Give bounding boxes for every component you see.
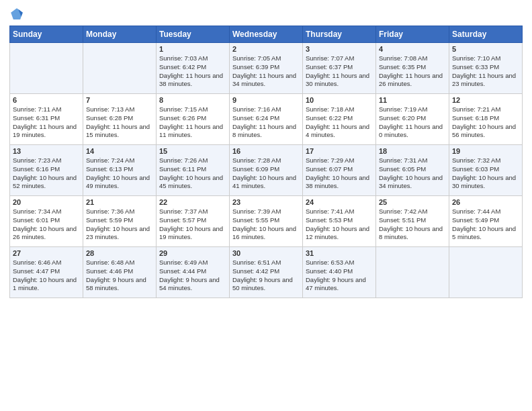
- day-info-line: Sunrise: 7:10 AM: [452, 54, 500, 62]
- day-info-line: Sunrise: 7:41 AM: [306, 208, 354, 215]
- day-info-line: Sunrise: 6:46 AM: [13, 259, 61, 266]
- day-info-line: Sunset: 6:22 PM: [306, 114, 353, 122]
- day-info-line: Daylight: 9 hours and 50 minutes.: [232, 276, 293, 292]
- calendar-cell: 20Sunrise: 7:34 AMSunset: 6:01 PMDayligh…: [10, 196, 83, 247]
- day-info: Sunrise: 7:07 AMSunset: 6:37 PMDaylight:…: [306, 54, 373, 89]
- calendar-cell: 31Sunrise: 6:53 AMSunset: 4:40 PMDayligh…: [303, 247, 376, 298]
- day-info-line: Sunrise: 6:49 AM: [159, 259, 208, 266]
- calendar-cell: 24Sunrise: 7:41 AMSunset: 5:53 PMDayligh…: [303, 196, 376, 247]
- day-info-line: Sunrise: 7:28 AM: [232, 156, 281, 164]
- day-number: 16: [232, 147, 300, 155]
- calendar-cell: 19Sunrise: 7:32 AMSunset: 6:03 PMDayligh…: [449, 145, 523, 196]
- day-info-line: Daylight: 10 hours and 56 minutes.: [452, 123, 516, 139]
- day-info-line: Daylight: 10 hours and 26 minutes.: [13, 225, 77, 241]
- day-info: Sunrise: 7:36 AMSunset: 5:59 PMDaylight:…: [86, 208, 153, 242]
- weekday-header-saturday: Saturday: [449, 26, 523, 43]
- day-info-line: Sunset: 6:31 PM: [13, 114, 60, 122]
- day-info-line: Daylight: 10 hours and 34 minutes.: [379, 174, 443, 190]
- calendar-cell: 5Sunrise: 7:10 AMSunset: 6:33 PMDaylight…: [449, 43, 523, 94]
- day-info-line: Sunset: 6:01 PM: [13, 216, 60, 224]
- day-info-line: Daylight: 10 hours and 41 minutes.: [232, 174, 296, 190]
- day-info-line: Daylight: 11 hours and 19 minutes.: [13, 123, 77, 139]
- day-number: 20: [13, 198, 80, 206]
- day-info-line: Sunset: 6:33 PM: [452, 63, 499, 71]
- day-number: 21: [86, 198, 153, 206]
- day-number: 12: [452, 96, 519, 104]
- day-info-line: Sunset: 6:07 PM: [306, 165, 353, 173]
- day-info-line: Daylight: 11 hours and 38 minutes.: [159, 72, 223, 88]
- day-info-line: Sunrise: 6:53 AM: [306, 259, 354, 266]
- calendar-cell: [83, 43, 157, 94]
- day-info: Sunrise: 7:18 AMSunset: 6:22 PMDaylight:…: [306, 105, 373, 140]
- day-info-line: Sunset: 5:57 PM: [159, 216, 206, 224]
- calendar-cell: 10Sunrise: 7:18 AMSunset: 6:22 PMDayligh…: [303, 94, 376, 145]
- calendar-cell: 21Sunrise: 7:36 AMSunset: 5:59 PMDayligh…: [83, 196, 157, 247]
- day-info: Sunrise: 7:31 AMSunset: 6:05 PMDaylight:…: [379, 156, 446, 191]
- day-info-line: Sunset: 6:09 PM: [232, 165, 279, 173]
- day-number: 14: [86, 147, 153, 155]
- day-info-line: Sunrise: 7:03 AM: [159, 54, 208, 62]
- day-info-line: Sunset: 4:44 PM: [159, 267, 206, 275]
- calendar-cell: 15Sunrise: 7:26 AMSunset: 6:11 PMDayligh…: [157, 145, 230, 196]
- weekday-header-thursday: Thursday: [303, 26, 376, 43]
- day-info: Sunrise: 7:13 AMSunset: 6:28 PMDaylight:…: [86, 105, 153, 140]
- day-number: 30: [232, 249, 300, 257]
- day-info-line: Sunrise: 7:19 AM: [379, 105, 427, 113]
- day-info-line: Sunrise: 7:23 AM: [13, 156, 61, 164]
- day-info-line: Daylight: 10 hours and 12 minutes.: [306, 225, 369, 241]
- day-info: Sunrise: 7:42 AMSunset: 5:51 PMDaylight:…: [379, 208, 446, 242]
- day-number: 8: [159, 96, 226, 104]
- day-info: Sunrise: 7:03 AMSunset: 6:42 PMDaylight:…: [159, 54, 226, 89]
- calendar-cell: [10, 43, 83, 94]
- day-number: 4: [379, 45, 446, 53]
- calendar-cell: 16Sunrise: 7:28 AMSunset: 6:09 PMDayligh…: [230, 145, 303, 196]
- day-info-line: Sunset: 6:24 PM: [232, 114, 279, 122]
- day-number: 28: [86, 249, 153, 257]
- day-info-line: Sunset: 4:46 PM: [86, 267, 133, 275]
- day-info: Sunrise: 7:24 AMSunset: 6:13 PMDaylight:…: [86, 156, 153, 191]
- day-info-line: Daylight: 10 hours and 16 minutes.: [232, 225, 296, 241]
- calendar-cell: 11Sunrise: 7:19 AMSunset: 6:20 PMDayligh…: [376, 94, 449, 145]
- day-info-line: Daylight: 10 hours and 52 minutes.: [13, 174, 77, 190]
- day-info-line: Daylight: 11 hours and 11 minutes.: [159, 123, 223, 139]
- calendar-cell: 4Sunrise: 7:08 AMSunset: 6:35 PMDaylight…: [376, 43, 449, 94]
- day-info: Sunrise: 6:51 AMSunset: 4:42 PMDaylight:…: [232, 259, 300, 293]
- day-info: Sunrise: 7:44 AMSunset: 5:49 PMDaylight:…: [452, 208, 519, 242]
- day-info: Sunrise: 6:53 AMSunset: 4:40 PMDaylight:…: [306, 259, 373, 293]
- day-info-line: Sunset: 6:03 PM: [452, 165, 499, 173]
- calendar-cell: 29Sunrise: 6:49 AMSunset: 4:44 PMDayligh…: [157, 247, 230, 298]
- weekday-header-monday: Monday: [83, 26, 157, 43]
- day-info: Sunrise: 6:46 AMSunset: 4:47 PMDaylight:…: [13, 259, 80, 293]
- day-info: Sunrise: 7:29 AMSunset: 6:07 PMDaylight:…: [306, 156, 373, 191]
- day-info-line: Daylight: 10 hours and 5 minutes.: [452, 225, 516, 241]
- day-info: Sunrise: 7:41 AMSunset: 5:53 PMDaylight:…: [306, 208, 373, 242]
- day-info: Sunrise: 7:26 AMSunset: 6:11 PMDaylight:…: [159, 156, 226, 191]
- day-info-line: Sunrise: 7:11 AM: [13, 105, 61, 113]
- day-info-line: Daylight: 11 hours and 34 minutes.: [232, 72, 296, 88]
- day-number: 10: [306, 96, 373, 104]
- day-number: 15: [159, 147, 226, 155]
- day-number: 25: [379, 198, 446, 206]
- day-info-line: Daylight: 11 hours and 30 minutes.: [306, 72, 369, 88]
- day-number: 18: [379, 147, 446, 155]
- calendar-cell: 27Sunrise: 6:46 AMSunset: 4:47 PMDayligh…: [10, 247, 83, 298]
- calendar-cell: 8Sunrise: 7:15 AMSunset: 6:26 PMDaylight…: [157, 94, 230, 145]
- day-number: 3: [306, 45, 373, 53]
- calendar-cell: 14Sunrise: 7:24 AMSunset: 6:13 PMDayligh…: [83, 145, 157, 196]
- day-info: Sunrise: 7:08 AMSunset: 6:35 PMDaylight:…: [379, 54, 446, 89]
- day-info-line: Sunrise: 7:44 AM: [452, 208, 500, 215]
- day-info-line: Sunrise: 6:48 AM: [86, 259, 134, 266]
- day-number: 1: [159, 45, 226, 53]
- day-info-line: Daylight: 11 hours and 4 minutes.: [306, 123, 369, 139]
- day-info: Sunrise: 7:28 AMSunset: 6:09 PMDaylight:…: [232, 156, 300, 191]
- day-info-line: Sunset: 6:18 PM: [452, 114, 499, 122]
- day-info-line: Daylight: 10 hours and 19 minutes.: [159, 225, 223, 241]
- day-info: Sunrise: 7:34 AMSunset: 6:01 PMDaylight:…: [13, 208, 80, 242]
- calendar-cell: 25Sunrise: 7:42 AMSunset: 5:51 PMDayligh…: [376, 196, 449, 247]
- calendar-cell: [449, 247, 523, 298]
- calendar-cell: 26Sunrise: 7:44 AMSunset: 5:49 PMDayligh…: [449, 196, 523, 247]
- day-info-line: Sunrise: 7:24 AM: [86, 156, 134, 164]
- day-info-line: Daylight: 10 hours and 49 minutes.: [86, 174, 150, 190]
- day-info: Sunrise: 7:05 AMSunset: 6:39 PMDaylight:…: [232, 54, 300, 89]
- calendar-cell: [376, 247, 449, 298]
